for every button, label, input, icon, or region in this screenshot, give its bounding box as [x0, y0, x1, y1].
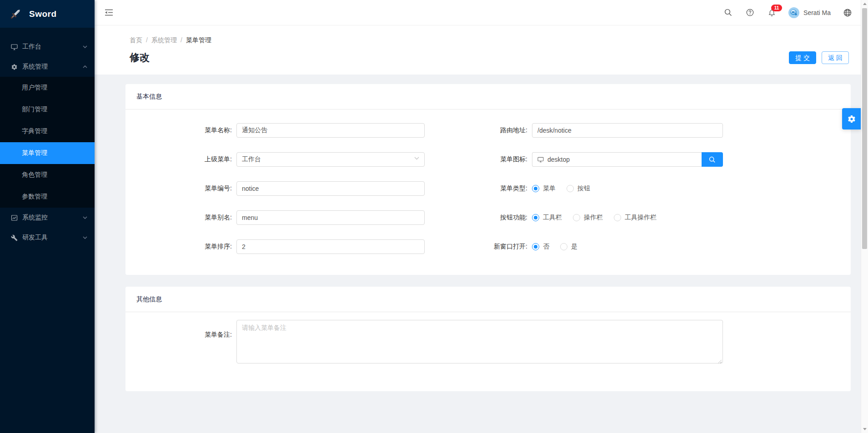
sub-item-label: 部门管理	[22, 105, 47, 114]
radio-selected-icon	[532, 185, 539, 192]
parent-menu-select[interactable]: 工作台	[236, 152, 425, 167]
chevron-down-icon	[83, 45, 87, 48]
search-button[interactable]	[723, 8, 733, 18]
header-buttons: 提 交 返 回	[789, 51, 849, 64]
radio-label: 按钮	[577, 184, 590, 193]
basic-info-card: 基本信息 菜单名称: 路由地址: 上级菜单: 工作台	[125, 84, 851, 275]
back-button[interactable]: 返 回	[822, 51, 849, 64]
gear-icon	[847, 114, 856, 124]
radio-selected-icon	[532, 214, 539, 221]
sidebar-item-dict-mgmt[interactable]: 字典管理	[0, 120, 95, 142]
main-area: 11 Serati Ma	[95, 0, 868, 433]
sidebar-item-system-monitor[interactable]: 系统监控	[0, 208, 95, 228]
new-window-option-yes[interactable]: 是	[560, 243, 577, 251]
menu-fold-button[interactable]	[103, 7, 114, 18]
sword-logo-icon	[9, 8, 22, 20]
menu-fold-icon	[105, 9, 113, 16]
sidebar-item-user-mgmt[interactable]: 用户管理	[0, 77, 95, 99]
button-func-label: 按钮功能:	[425, 214, 532, 222]
sidebar-item-dev-tools[interactable]: 研发工具	[0, 228, 95, 248]
avatar	[788, 7, 799, 18]
sidebar-menu: 工作台 系统管理 用户管理 部门管理 字典管理 菜单管理 角色管理 参数管理	[0, 28, 95, 248]
breadcrumb-separator: /	[181, 35, 182, 45]
system-mgmt-submenu: 用户管理 部门管理 字典管理 菜单管理 角色管理 参数管理	[0, 77, 95, 208]
radio-unselected-icon	[573, 214, 580, 221]
search-icon	[724, 9, 732, 16]
sidebar-item-workbench[interactable]: 工作台	[0, 37, 95, 57]
menu-sort-input[interactable]	[236, 239, 425, 254]
sidebar-item-system-mgmt[interactable]: 系统管理	[0, 57, 95, 77]
notification-badge: 11	[771, 5, 782, 11]
scrollbar-up-arrow[interactable]	[863, 3, 867, 5]
route-path-label: 路由地址:	[425, 126, 532, 134]
desktop-icon	[537, 157, 544, 163]
sidebar-item-menu-mgmt[interactable]: 菜单管理	[0, 142, 95, 164]
chevron-down-icon	[83, 236, 87, 239]
sub-item-label: 参数管理	[22, 193, 47, 201]
breadcrumb-item-system[interactable]: 系统管理	[151, 35, 177, 45]
settings-fab-button[interactable]	[842, 108, 861, 129]
question-circle-icon	[746, 9, 754, 16]
window-scrollbar[interactable]	[861, 0, 868, 433]
wrench-icon	[11, 234, 18, 241]
menu-code-label: 菜单编号:	[125, 184, 236, 193]
radio-label: 工具操作栏	[625, 214, 657, 222]
submit-button[interactable]: 提 交	[789, 51, 816, 64]
icon-search-button[interactable]	[702, 152, 723, 167]
menu-code-input[interactable]	[236, 181, 425, 196]
chevron-up-icon	[83, 65, 87, 68]
radio-unselected-icon	[560, 243, 567, 250]
other-info-card-title: 其他信息	[125, 287, 851, 312]
user-name: Serati Ma	[803, 9, 831, 16]
radio-label: 否	[543, 243, 549, 251]
language-button[interactable]	[843, 8, 853, 18]
menu-name-label: 菜单名称:	[125, 126, 236, 134]
menu-remark-textarea[interactable]	[236, 320, 723, 363]
button-func-radio-group: 工具栏 操作栏 工具操作栏	[532, 214, 723, 222]
basic-info-form: 菜单名称: 路由地址: 上级菜单: 工作台 菜单图标	[125, 109, 851, 275]
menu-alias-input[interactable]	[236, 210, 425, 225]
content: 基本信息 菜单名称: 路由地址: 上级菜单: 工作台	[95, 75, 868, 391]
new-window-option-no[interactable]: 否	[532, 243, 549, 251]
page-title: 修改	[130, 51, 150, 65]
other-info-card: 其他信息 菜单备注:	[125, 287, 851, 391]
notifications-button[interactable]: 11	[767, 8, 777, 18]
parent-menu-value: 工作台	[242, 155, 261, 164]
scrollbar-down-arrow[interactable]	[863, 428, 867, 430]
radio-label: 操作栏	[584, 214, 603, 222]
button-func-option-actionbar[interactable]: 操作栏	[573, 214, 603, 222]
breadcrumb-item-home[interactable]: 首页	[130, 35, 142, 45]
new-window-label: 新窗口打开:	[425, 243, 532, 251]
chart-icon	[11, 214, 18, 221]
globe-icon	[843, 9, 852, 17]
button-func-option-both[interactable]: 工具操作栏	[614, 214, 657, 222]
sidebar-item-dept-mgmt[interactable]: 部门管理	[0, 99, 95, 120]
topbar: 11 Serati Ma	[95, 0, 868, 25]
sub-item-label: 用户管理	[22, 84, 47, 92]
scrollbar-thumb[interactable]	[862, 8, 867, 249]
search-icon	[709, 156, 716, 163]
sub-item-label: 角色管理	[22, 171, 47, 179]
user-menu[interactable]: Serati Ma	[788, 7, 831, 18]
breadcrumb-item-current: 菜单管理	[186, 35, 211, 45]
sidebar: Sword 工作台 系统管理 用户管理 部门管理 字典管理	[0, 0, 95, 433]
menu-type-radio-group: 菜单 按钮	[532, 184, 723, 193]
parent-menu-label: 上级菜单:	[125, 155, 236, 164]
help-button[interactable]	[745, 8, 755, 18]
sidebar-item-role-mgmt[interactable]: 角色管理	[0, 164, 95, 186]
menu-type-option-menu[interactable]: 菜单	[532, 184, 556, 193]
menu-name-input[interactable]	[236, 123, 425, 138]
menu-icon-label: 菜单图标:	[425, 155, 532, 164]
sidebar-item-label: 研发工具	[22, 234, 83, 242]
menu-icon-input[interactable]: desktop	[532, 152, 702, 167]
button-func-option-toolbar[interactable]: 工具栏	[532, 214, 562, 222]
route-path-input[interactable]	[532, 123, 723, 138]
menu-remark-label: 菜单备注:	[125, 320, 236, 339]
menu-type-option-button[interactable]: 按钮	[567, 184, 590, 193]
logo[interactable]: Sword	[0, 0, 95, 28]
breadcrumb-separator: /	[146, 35, 148, 45]
sidebar-item-param-mgmt[interactable]: 参数管理	[0, 186, 95, 208]
radio-selected-icon	[532, 243, 539, 250]
radio-label: 工具栏	[543, 214, 562, 222]
radio-unselected-icon	[567, 185, 574, 192]
